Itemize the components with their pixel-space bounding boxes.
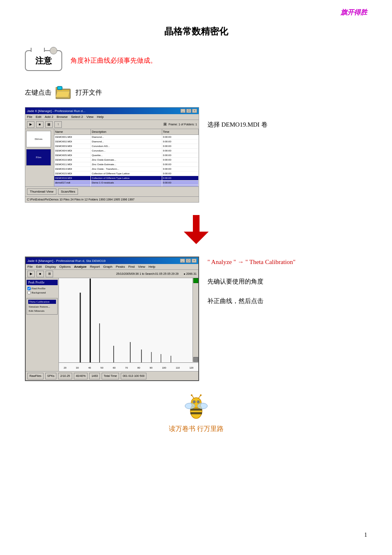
win1-list-header: Name Description Time — [54, 129, 199, 135]
col-desc: Description — [91, 129, 162, 134]
tb-btn2[interactable]: ■ — [36, 121, 44, 128]
confirm-text2: 补正曲线，然后点击 — [207, 296, 296, 307]
win1-action-buttons: Thumbnail View Scan/files — [54, 186, 199, 196]
confirm-text1: 先确认要使用的角度 — [207, 276, 296, 287]
find-profile-check[interactable] — [27, 287, 31, 290]
close-btn[interactable]: × — [192, 109, 197, 113]
row-desc: Zinc Oxide - Transform... — [91, 167, 162, 171]
scan-button[interactable]: Scan/files — [58, 188, 78, 195]
menu2-graph[interactable]: Graph — [103, 265, 112, 269]
menu2-edit[interactable]: Edit — [36, 265, 42, 269]
win1-filelist: Name Description Time DEMO001.MDIDiamond… — [54, 129, 199, 202]
table-row[interactable]: DEMO002.MDIDiamond...0:00:00 — [54, 139, 199, 144]
chart-peak — [113, 346, 114, 362]
table-row[interactable]: DEMO005.MDIQuartite...0:00:00 — [54, 153, 199, 158]
status-intensity: 40/40% — [74, 373, 88, 379]
menu-browse[interactable]: Browse — [57, 115, 68, 119]
row-desc: Collection of Different Type Lattice — [91, 171, 162, 176]
svg-point-19 — [191, 394, 192, 396]
sidebar-item-drives[interactable]: Drives — [26, 131, 51, 147]
chart-scrollbar — [192, 278, 198, 362]
win1-title: Jade 6 [Manage] - Professional Run d... — [27, 109, 180, 113]
menu-file[interactable]: File — [27, 115, 32, 119]
chart-peak — [90, 279, 91, 362]
minimize-btn2[interactable]: _ — [180, 259, 185, 263]
tb2-btn3[interactable]: ⊞ — [46, 271, 53, 277]
status-rawfiles: RawFiles — [27, 373, 44, 379]
menu2-view[interactable]: View — [138, 265, 145, 269]
menu-view[interactable]: View — [86, 115, 93, 119]
zoom-indicator[interactable] — [193, 278, 198, 283]
xrd-chart: 2030405060708090100110120 — [59, 278, 198, 371]
maximize-btn2[interactable]: □ — [186, 259, 191, 263]
tb-btn3[interactable]: ▦ — [45, 121, 53, 128]
chart-peak — [170, 356, 171, 362]
screenshot1-section: Jade 6 [Manage] - Professional Run d... … — [25, 107, 367, 203]
menu2-analyze[interactable]: Analyze — [74, 265, 87, 269]
close-btn2[interactable]: × — [192, 259, 197, 263]
notice-section: 注意 角度补正曲线必须事先做成。 — [25, 50, 367, 71]
row-name: DEMO002.MDI — [54, 139, 91, 144]
menu-edit[interactable]: Edit — [36, 115, 41, 119]
win2-buttons: _ □ × — [180, 259, 197, 263]
sidebar-item-files[interactable]: Files — [26, 149, 51, 166]
table-row[interactable]: DEMO003.MDICorundum Al3...0:00:00 — [54, 144, 199, 149]
svg-marker-7 — [184, 232, 209, 244]
right-side-labels: " Analyze " → " Theta Calibration" 先确认要使… — [207, 257, 296, 307]
row-desc: Zinc Oxide Estimate... — [91, 158, 162, 162]
tb2-btn2[interactable]: ■ — [37, 271, 44, 277]
maximize-btn[interactable]: □ — [186, 109, 191, 113]
table-row[interactable]: DEMO004.MDICorundum...0:00:00 — [54, 149, 199, 153]
win2-toolbar: ▶ ■ ⊞ 25/10/2005/09:36 1 to Search:01 05… — [26, 270, 198, 278]
win2-statusbar: RawFiles SPKs 2/10.25 40/40% 1463 Total … — [26, 371, 198, 380]
row-time: 0:00:00 — [162, 153, 199, 157]
svg-rect-6 — [193, 215, 200, 232]
win2-title: Jade 6 [Manager] - Professional Run d, S… — [27, 259, 180, 263]
table-row[interactable]: DEMO011.MDIZinc Oxide Estimate...0:00:00 — [54, 162, 199, 167]
menu2-display[interactable]: Display — [45, 265, 56, 269]
win1-statusbar: C:\Pix\Extras\Pix\Demos 10 Files 24 File… — [25, 196, 199, 202]
tb-btn1[interactable]: ▶ — [27, 121, 34, 128]
arrow-section — [25, 215, 367, 244]
page-number: 1 — [364, 532, 367, 538]
win1-status-text: C:\Pix\Extras\Pix\Demos 10 Files 24 File… — [27, 198, 134, 201]
simulate-pattern[interactable]: Simulate Pattern... — [28, 305, 56, 309]
svg-rect-10 — [190, 412, 202, 414]
tb2-btn1[interactable]: ▶ — [27, 271, 35, 277]
left-panel-header: Peak Profile — [27, 280, 58, 285]
menu2-peaks[interactable]: Peaks — [116, 265, 125, 269]
page-title: 晶格常数精密化 — [25, 25, 367, 38]
table-row[interactable]: DEMO015.MDICollection of Different Type … — [54, 171, 199, 176]
win2-chart: 2030405060708090100110120 — [59, 278, 198, 371]
row-name: DEMO005.MDI — [54, 153, 91, 157]
scroll-handle[interactable] — [193, 357, 198, 362]
menu-help[interactable]: Help — [97, 115, 103, 119]
table-row[interactable]: DEMO001.MDIDiamond...0:00:00 — [54, 135, 199, 139]
table-row[interactable]: demo017.mdiDemo 1 O-residuals0:00:00 — [54, 181, 199, 185]
menu2-find[interactable]: Find — [128, 265, 135, 269]
edit-minerals[interactable]: Edit Minerals — [28, 309, 56, 313]
menu2-file[interactable]: File — [27, 265, 33, 269]
win1-menubar: File Edit Add 2 Browse Select 2 View Hel… — [25, 114, 199, 120]
menu2-help[interactable]: Help — [149, 265, 155, 269]
background-check[interactable] — [27, 291, 31, 294]
background-item[interactable]: Background — [27, 291, 58, 295]
table-row[interactable]: DEMO016.MDICollection of Different Type … — [54, 176, 199, 181]
menu-select[interactable]: Select 2 — [71, 115, 83, 119]
status-values: 001 013 100 500 — [121, 373, 147, 379]
find-profile-item[interactable]: Find Profile — [27, 286, 58, 291]
tb-btn4[interactable]: ↑ — [54, 121, 62, 128]
svg-marker-5 — [56, 91, 70, 97]
menu2-options[interactable]: Options — [59, 265, 71, 269]
menu2-report[interactable]: Report — [90, 265, 100, 269]
thumbnail-button[interactable]: Thumbnail View — [54, 188, 56, 195]
minimize-btn[interactable]: _ — [180, 109, 185, 113]
row-name: DEMO011.MDI — [54, 162, 91, 166]
menu-add[interactable]: Add 2 — [45, 115, 54, 119]
row-desc: Corundum... — [91, 149, 162, 153]
row-time: 0:00:00 — [162, 149, 199, 153]
table-row[interactable]: DEMO010.MDIZinc Oxide Estimate...0:00:00 — [54, 158, 199, 162]
select-demo-label: 选择 DEMO19.MDI 卷 — [207, 120, 268, 130]
table-row[interactable]: DEMO014.MDIZinc Oxide - Transform...0:00… — [54, 167, 199, 171]
row-desc: Diamond... — [91, 139, 162, 144]
